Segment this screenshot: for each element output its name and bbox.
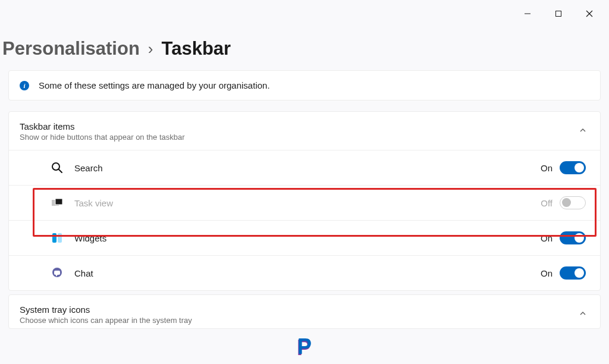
close-button[interactable] xyxy=(576,5,603,23)
system-tray-icons-section: System tray icons Choose which icons can… xyxy=(8,294,601,329)
row-label: Task view xyxy=(74,198,113,208)
breadcrumb-current: Taskbar xyxy=(162,38,231,59)
svg-rect-9 xyxy=(58,233,62,243)
search-toggle[interactable] xyxy=(560,161,586,174)
search-icon xyxy=(51,161,64,174)
svg-rect-11 xyxy=(54,271,60,275)
svg-rect-8 xyxy=(52,233,56,243)
widgets-icon xyxy=(51,231,64,244)
row-label: Widgets xyxy=(74,233,106,243)
row-widgets: Widgets On xyxy=(9,220,600,255)
banner-text: Some of these settings are managed by yo… xyxy=(39,80,270,90)
watermark: P xyxy=(297,334,312,359)
row-label: Search xyxy=(74,163,103,173)
svg-line-5 xyxy=(59,170,62,172)
chat-toggle[interactable] xyxy=(560,266,586,280)
toggle-state: On xyxy=(541,268,553,278)
section-header[interactable]: Taskbar items Show or hide buttons that … xyxy=(9,112,600,150)
svg-rect-1 xyxy=(556,11,561,17)
section-title: System tray icons xyxy=(20,305,192,315)
svg-rect-7 xyxy=(55,199,62,205)
widgets-toggle[interactable] xyxy=(560,231,586,244)
svg-point-4 xyxy=(52,163,59,170)
section-title: Taskbar items xyxy=(20,121,185,131)
toggle-state: On xyxy=(541,233,553,243)
breadcrumb-parent[interactable]: Personalisation xyxy=(2,38,140,59)
task-view-toggle xyxy=(560,196,586,209)
minimize-button[interactable] xyxy=(514,5,541,23)
toggle-state: Off xyxy=(541,198,553,208)
row-search: Search On xyxy=(9,150,600,185)
toggle-state: On xyxy=(541,163,553,173)
row-chat: Chat On xyxy=(9,255,600,290)
chat-icon xyxy=(51,266,64,280)
section-header[interactable]: System tray icons Choose which icons can… xyxy=(9,295,600,328)
maximize-button[interactable] xyxy=(545,5,572,23)
chevron-right-icon: › xyxy=(148,40,153,58)
chevron-up-icon[interactable] xyxy=(579,126,587,137)
task-view-icon xyxy=(51,196,64,209)
row-label: Chat xyxy=(74,268,93,278)
org-managed-banner: Some of these settings are managed by yo… xyxy=(8,70,601,101)
window-controls xyxy=(514,5,603,23)
section-subtitle: Show or hide buttons that appear on the … xyxy=(20,133,185,142)
row-task-view: Task view Off xyxy=(9,185,600,220)
section-subtitle: Choose which icons can appear in the sys… xyxy=(20,316,192,325)
taskbar-items-section: Taskbar items Show or hide buttons that … xyxy=(8,111,601,291)
chevron-up-icon[interactable] xyxy=(579,309,587,320)
info-icon xyxy=(20,81,29,90)
